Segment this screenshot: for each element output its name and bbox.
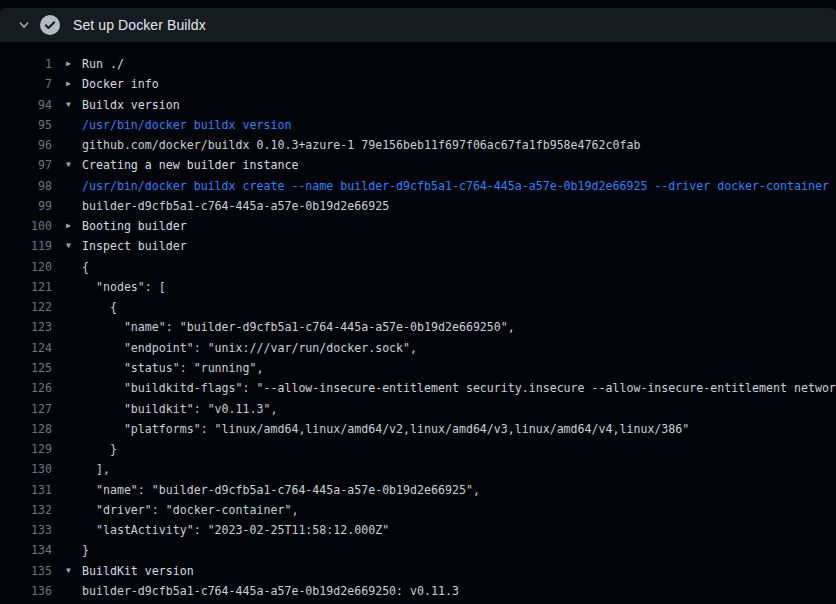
log-text: "platforms": "linux/amd64,linux/amd64/v2… [82,419,836,439]
chevron-down-icon[interactable]: ▼ [66,155,82,175]
line-number[interactable]: 100 [0,216,52,236]
log-command-text: /usr/bin/docker buildx version [82,115,836,135]
log-text: } [82,540,836,560]
line-number[interactable]: 96 [0,135,52,155]
step-title: Set up Docker Buildx [73,17,206,33]
line-number[interactable]: 129 [0,439,52,459]
log-text: ], [82,459,836,479]
log-line: 7▶Docker info [0,74,836,94]
log-line: 98/usr/bin/docker buildx create --name b… [0,176,836,196]
chevron-down-icon[interactable]: ▼ [66,95,82,115]
line-number[interactable]: 97 [0,155,52,175]
arrow-slot [66,135,82,155]
chevron-right-icon[interactable]: ▶ [66,216,82,236]
line-number[interactable]: 7 [0,74,52,94]
chevron-down-icon[interactable] [16,17,32,33]
line-number[interactable]: 122 [0,297,52,317]
log-text: "status": "running", [82,358,836,378]
line-number[interactable]: 133 [0,520,52,540]
arrow-slot [66,358,82,378]
arrow-slot [66,297,82,317]
log-text: github.com/docker/buildx 0.10.3+azure-1 … [82,135,836,155]
log-text: { [82,297,836,317]
arrow-slot [66,439,82,459]
log-line: 94▼Buildx version [0,95,836,115]
arrow-slot [66,196,82,216]
log-text: "name": "builder-d9cfb5a1-c764-445a-a57e… [82,317,836,337]
log-line: 130 ], [0,459,836,479]
line-number[interactable]: 130 [0,459,52,479]
arrow-slot [66,500,82,520]
arrow-slot [66,115,82,135]
line-number[interactable]: 119 [0,236,52,256]
log-line: 135▼BuildKit version [0,561,836,581]
chevron-down-icon[interactable]: ▼ [66,561,82,581]
log-line: 1▶Run ./ [0,54,836,74]
log-group-title[interactable]: Booting builder [82,216,836,236]
log-text: "endpoint": "unix:///var/run/docker.sock… [82,338,836,358]
line-number[interactable]: 128 [0,419,52,439]
arrow-slot [66,480,82,500]
check-circle-icon [40,15,60,35]
log-text: "buildkitd-flags": "--allow-insecure-ent… [82,378,836,398]
arrow-slot [66,540,82,560]
log-line: 136builder-d9cfb5a1-c764-445a-a57e-0b19d… [0,581,836,601]
line-number[interactable]: 123 [0,317,52,337]
log-line: 132 "driver": "docker-container", [0,500,836,520]
chevron-down-icon[interactable]: ▼ [66,236,82,256]
log-command-text: /usr/bin/docker buildx create --name bui… [82,176,836,196]
log-group-title[interactable]: Inspect builder [82,236,836,256]
line-number[interactable]: 98 [0,176,52,196]
step-header[interactable]: Set up Docker Buildx [0,8,836,42]
arrow-slot [66,419,82,439]
log-line: 134} [0,540,836,560]
arrow-slot [66,257,82,277]
line-number[interactable]: 132 [0,500,52,520]
log-line: 128 "platforms": "linux/amd64,linux/amd6… [0,419,836,439]
log-text: builder-d9cfb5a1-c764-445a-a57e-0b19d2e6… [82,196,836,216]
log-line: 122 { [0,297,836,317]
arrow-slot [66,459,82,479]
line-number[interactable]: 120 [0,257,52,277]
arrow-slot [66,277,82,297]
log-text: "buildkit": "v0.11.3", [82,399,836,419]
log-line: 123 "name": "builder-d9cfb5a1-c764-445a-… [0,317,836,337]
log-text: "nodes": [ [82,277,836,297]
line-number[interactable]: 125 [0,358,52,378]
line-number[interactable]: 135 [0,561,52,581]
line-number[interactable]: 126 [0,378,52,398]
log-line: 133 "lastActivity": "2023-02-25T11:58:12… [0,520,836,540]
line-number[interactable]: 99 [0,196,52,216]
log-group-title[interactable]: Docker info [82,74,836,94]
line-number[interactable]: 95 [0,115,52,135]
line-number[interactable]: 127 [0,399,52,419]
log-line: 96github.com/docker/buildx 0.10.3+azure-… [0,135,836,155]
chevron-right-icon[interactable]: ▶ [66,54,82,74]
log-line: 125 "status": "running", [0,358,836,378]
line-number[interactable]: 121 [0,277,52,297]
log-group-title[interactable]: Buildx version [82,95,836,115]
log-line: 127 "buildkit": "v0.11.3", [0,399,836,419]
log-line: 129 } [0,439,836,459]
line-number[interactable]: 94 [0,95,52,115]
log-group-title[interactable]: Creating a new builder instance [82,155,836,175]
line-number[interactable]: 136 [0,581,52,601]
line-number[interactable]: 134 [0,540,52,560]
arrow-slot [66,520,82,540]
log-line: 100▶Booting builder [0,216,836,236]
line-number[interactable]: 131 [0,480,52,500]
chevron-right-icon[interactable]: ▶ [66,74,82,94]
log-line: 120{ [0,257,836,277]
line-number[interactable]: 124 [0,338,52,358]
log-group-title[interactable]: Run ./ [82,54,836,74]
line-number[interactable]: 1 [0,54,52,74]
arrow-slot [66,581,82,601]
log-viewer: 1▶Run ./7▶Docker info94▼Buildx version95… [0,54,836,601]
log-text: builder-d9cfb5a1-c764-445a-a57e-0b19d2e6… [82,581,836,601]
log-line: 124 "endpoint": "unix:///var/run/docker.… [0,338,836,358]
log-group-title[interactable]: BuildKit version [82,561,836,581]
log-line: 99builder-d9cfb5a1-c764-445a-a57e-0b19d2… [0,196,836,216]
log-text: "name": "builder-d9cfb5a1-c764-445a-a57e… [82,480,836,500]
log-text: "driver": "docker-container", [82,500,836,520]
log-line: 97▼Creating a new builder instance [0,155,836,175]
